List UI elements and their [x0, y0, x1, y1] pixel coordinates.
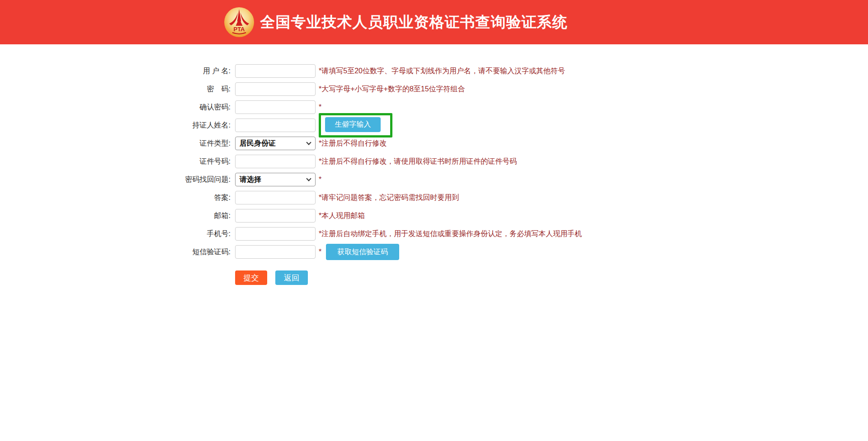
- back-button[interactable]: 返回: [275, 270, 308, 285]
- security-question-label: 密码找回问题:: [181, 175, 231, 185]
- form-row-answer: 答案: *请牢记问题答案，忘记密码需找回时要用到: [181, 191, 868, 204]
- answer-input[interactable]: [235, 191, 316, 204]
- form-row-email: 邮箱: *本人现用邮箱: [181, 209, 868, 223]
- form-actions: 提交 返回: [235, 270, 868, 285]
- confirm-password-label: 确认密码:: [181, 103, 231, 112]
- pta-logo-icon: PTA: [224, 7, 255, 38]
- chevron-down-icon: [306, 176, 311, 181]
- holder-name-label: 持证人姓名:: [181, 121, 231, 130]
- mobile-input[interactable]: [235, 227, 316, 241]
- header-brand: PTA 全国专业技术人员职业资格证书查询验证系统: [224, 7, 568, 38]
- form-row-confirm-password: 确认密码: *: [181, 100, 868, 114]
- sms-code-label: 短信验证码:: [181, 247, 231, 257]
- answer-hint: *请牢记问题答案，忘记密码需找回时要用到: [319, 193, 459, 203]
- chevron-down-icon: [306, 140, 311, 145]
- id-type-label: 证件类型:: [181, 139, 231, 148]
- id-type-select[interactable]: 居民身份证: [235, 137, 316, 150]
- sms-code-hint: *: [319, 248, 321, 256]
- answer-label: 答案:: [181, 193, 231, 203]
- form-row-password: 密 码: *大写字母+小写字母+数字的8至15位字符组合: [181, 82, 868, 96]
- mobile-hint: *注册后自动绑定手机，用于发送短信或重要操作身份认定，务必填写本人现用手机: [319, 229, 582, 239]
- registration-form: 用 户 名: *请填写5至20位数字、字母或下划线作为用户名，请不要输入汉字或其…: [181, 64, 868, 285]
- app-header: PTA 全国专业技术人员职业资格证书查询验证系统: [0, 0, 868, 44]
- id-type-selected-value: 居民身份证: [240, 139, 276, 148]
- submit-button[interactable]: 提交: [235, 270, 267, 285]
- email-input[interactable]: [235, 209, 316, 223]
- username-label: 用 户 名:: [181, 66, 231, 76]
- form-row-security-question: 密码找回问题: 请选择 *: [181, 173, 868, 186]
- logo-text: PTA: [233, 26, 245, 33]
- form-row-username: 用 户 名: *请填写5至20位数字、字母或下划线作为用户名，请不要输入汉字或其…: [181, 64, 868, 78]
- get-sms-code-button[interactable]: 获取短信验证码: [326, 244, 399, 260]
- password-hint: *大写字母+小写字母+数字的8至15位字符组合: [319, 85, 465, 94]
- id-number-input[interactable]: [235, 155, 316, 168]
- form-row-holder-name: 持证人姓名: 生僻字输入: [181, 119, 868, 132]
- form-row-sms-code: 短信验证码: * 获取短信验证码: [181, 245, 868, 259]
- form-row-id-number: 证件号码: *注册后不得自行修改，请使用取得证书时所用证件的证件号码: [181, 155, 868, 168]
- username-hint: *请填写5至20位数字、字母或下划线作为用户名，请不要输入汉字或其他符号: [319, 66, 565, 76]
- username-input[interactable]: [235, 64, 316, 78]
- security-question-hint: *: [319, 175, 321, 184]
- annotation-highlight-box: 生僻字输入: [319, 113, 392, 138]
- form-row-mobile: 手机号: *注册后自动绑定手机，用于发送短信或重要操作身份认定，务必填写本人现用…: [181, 227, 868, 241]
- form-row-id-type: 证件类型: 居民身份证 *注册后不得自行修改: [181, 137, 868, 150]
- password-input[interactable]: [235, 82, 316, 96]
- id-type-hint: *注册后不得自行修改: [319, 139, 387, 148]
- security-question-selected-value: 请选择: [240, 175, 261, 185]
- confirm-password-input[interactable]: [235, 100, 316, 114]
- page-title: 全国专业技术人员职业资格证书查询验证系统: [260, 12, 568, 33]
- password-label: 密 码:: [181, 85, 231, 94]
- holder-name-input[interactable]: [235, 119, 316, 132]
- confirm-password-hint: *: [319, 103, 321, 111]
- id-number-label: 证件号码:: [181, 157, 231, 166]
- id-number-hint: *注册后不得自行修改，请使用取得证书时所用证件的证件号码: [319, 157, 517, 166]
- email-hint: *本人现用邮箱: [319, 211, 365, 221]
- mobile-label: 手机号:: [181, 229, 231, 239]
- sms-code-input[interactable]: [235, 245, 316, 259]
- security-question-select[interactable]: 请选择: [235, 173, 316, 186]
- email-label: 邮箱:: [181, 211, 231, 221]
- rare-character-input-button[interactable]: 生僻字输入: [325, 117, 381, 132]
